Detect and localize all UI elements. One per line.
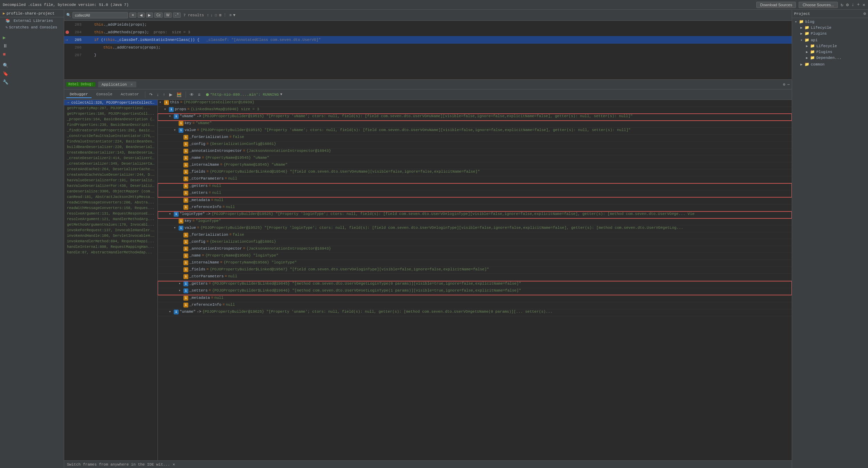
search-input[interactable] [72, 12, 128, 18]
var-row-name[interactable]: i _name = {PropertyName@19545} "uName" [158, 155, 792, 162]
frame-24[interactable]: invokeAndHandle:106, ServletInvocableH..… [64, 233, 157, 239]
var-row-props[interactable]: ▾ i props = {LinkedHashMap@16940} size =… [158, 107, 792, 114]
tree-blog[interactable]: ▾ 📁 blog ▶ 📁 Lifecycle ▶ 📁 Plugins ▾ 📁 a… [792, 18, 868, 68]
step-into-button[interactable]: ↓ [155, 92, 160, 98]
search-option-regex[interactable]: .* [173, 12, 181, 18]
search-option-cc[interactable]: Cc [154, 12, 163, 18]
add-icon[interactable]: + [857, 2, 860, 7]
var-row-logintype-val[interactable]: ▾ i value = {POJOPropertyBuilder@19525} … [158, 225, 792, 232]
tree-row-blog[interactable]: ▾ 📁 blog [792, 19, 868, 25]
var-row-config2[interactable]: i _config = {DeserializationConfig@16861… [158, 239, 792, 246]
var-row-setters[interactable]: i _setters = null [158, 190, 792, 197]
left-debug-icon-stop[interactable]: ■ [0, 50, 64, 59]
frame-14[interactable]: hasValueDeserializerFor:191, Deserialize… [64, 177, 157, 183]
var-row-internalname[interactable]: i _internalName = {PropertyName@19545} "… [158, 162, 792, 169]
right-sidebar-gear[interactable]: ⚙ [863, 11, 866, 16]
tree-row-dependencies[interactable]: ▶ 📁 Dependen... [792, 55, 868, 61]
download-sources-button[interactable]: Download Sources [756, 2, 796, 8]
application-tab[interactable]: Application ✕ [98, 81, 136, 87]
var-row-ctorparams[interactable]: i _ctorParameters = null [158, 176, 792, 183]
frame-18[interactable]: readWithMessageConverters:200, Abstra... [64, 200, 157, 205]
more-options-icon[interactable]: ⋮ [223, 13, 227, 17]
left-debug-icon-wrench[interactable]: 🔧 [0, 78, 64, 86]
more-debug-icon[interactable]: ⋯ [787, 82, 790, 87]
expand-uname-val[interactable]: ▾ [174, 128, 179, 132]
frame-20[interactable]: resolveArgument:131, RequestResponseE... [64, 211, 157, 216]
step-out-button[interactable]: ↑ [162, 92, 166, 98]
expand-props[interactable]: ▾ [164, 107, 169, 111]
settings-icon[interactable]: ⚙ [846, 2, 849, 8]
var-row-forserialization[interactable]: i _forSerialization = false [158, 135, 792, 141]
tree-row-common[interactable]: ▶ 📁 common [792, 61, 868, 67]
highlight-toggle[interactable]: ☐ [215, 13, 217, 17]
frame-21[interactable]: resolveArgument:121, HandlerMethodArg... [64, 216, 157, 222]
var-row-fields-logintype[interactable]: i _fields = {POJOPropertyBuilder$Linked@… [158, 267, 792, 274]
next-result-button[interactable]: ▶ [146, 12, 153, 18]
frame-1[interactable]: getPropertyMap:287, POJOPropertiesC... [64, 105, 157, 111]
var-row-fields[interactable]: i _fields = {POJOPropertyBuilder$Linked@… [158, 169, 792, 176]
frame-4[interactable]: findProperties:239, BasicBeanDescripti..… [64, 122, 157, 128]
var-row-metadata-logintype[interactable]: i _metadata = null [158, 295, 792, 302]
tree-row-api-lifecycle[interactable]: ▶ 📁 Lifecycle [792, 43, 868, 49]
expand-uname2[interactable]: ▾ [169, 310, 174, 314]
left-debug-icon-bookmark[interactable]: 🔖 [0, 70, 64, 78]
frame-9[interactable]: createBeanDeserializer:143, BeanDeserial… [64, 150, 157, 155]
expand-getters-logintype[interactable]: ▾ [179, 281, 183, 286]
frame-19[interactable]: readWithMessageConverters:158, Reques... [64, 205, 157, 211]
var-row-logintype-key[interactable]: i key = "loginType" [158, 218, 792, 225]
frame-10[interactable]: _createDeserializer2:414, DeserializerCa… [64, 155, 157, 161]
bottom-close-icon[interactable]: ✕ [173, 462, 175, 467]
frame-27[interactable]: handle:87, AbstractHandlerMethodAdap... [64, 250, 157, 255]
expand-uname[interactable]: ▾ [169, 114, 174, 118]
frame-11[interactable]: _createDeserializer:349, DeserializerCac… [64, 161, 157, 166]
var-row-name-logintype[interactable]: i _name = {PropertyName@19566} "loginTyp… [158, 253, 792, 260]
var-row-config[interactable]: i _config = {DeserializationConfig@16861… [158, 141, 792, 148]
var-row-annotation2[interactable]: i _annotationIntrospector = {JacksonAnno… [158, 246, 792, 253]
resume-button[interactable]: ▶ [168, 92, 174, 98]
frame-13[interactable]: createAndCacheValueDeserializer:244, D..… [64, 172, 157, 177]
var-row-uname[interactable]: ▾ i "uName" -> {POJOPropertyBuilder@1951… [158, 114, 792, 121]
frame-0[interactable]: → collectAll:326, POJOPropertiesCollecto… [64, 100, 157, 105]
step-over-button[interactable]: ↷ [148, 92, 154, 98]
frame-5[interactable]: _findCreatorsFromProperties:292, Basic..… [64, 128, 157, 133]
tab-debugger[interactable]: Debugger [66, 91, 92, 98]
breakpoint-204[interactable] [66, 31, 69, 34]
filter-icon-run[interactable]: ▼ [280, 93, 282, 96]
sidebar-item-scratches[interactable]: ✎ Scratches and Consoles [0, 24, 64, 31]
var-row-forserialization2[interactable]: i _forSerialization = false [158, 232, 792, 239]
var-row-setters-logintype[interactable]: ▾ i _setters = {POJOPropertyBuilder$Link… [158, 288, 792, 295]
var-row-ctorparams-logintype[interactable]: i _ctorParameters = null [158, 274, 792, 281]
filter-icon[interactable]: ⊞ [219, 13, 222, 17]
var-row-uname2[interactable]: ▾ i "uname" -> {POJOPropertyBuilder@1962… [158, 309, 792, 316]
frame-6[interactable]: _constructDefaultValueInstantiator:276,.… [64, 133, 157, 139]
evaluate-button[interactable]: 🧮 [175, 92, 183, 98]
choose-sources-button[interactable]: Choose Sources... [799, 2, 838, 8]
var-row-this[interactable]: ▾ i this = {POJOPropertiesCollector@1693… [158, 100, 792, 107]
tab-console[interactable]: Console [93, 91, 116, 98]
app-tab-close[interactable]: ✕ [130, 83, 133, 87]
tree-row-lifecycle[interactable]: ▶ 📁 Lifecycle [792, 25, 868, 31]
next-match-icon[interactable]: ↓ [210, 13, 213, 17]
tree-api[interactable]: ▾ 📁 api ▶ 📁 Lifecycle ▶ 📁 Plugins ▶ 📁 [792, 36, 868, 61]
download-icon[interactable]: ↓ [852, 2, 854, 7]
var-row-internalname-logintype[interactable]: i _internalName = {PropertyName@19566} "… [158, 260, 792, 267]
frame-23[interactable]: invokeForRequest:137, InvocableHandler..… [64, 227, 157, 233]
settings-debug-icon[interactable]: ⚙ [783, 82, 785, 87]
watches-button[interactable]: 👁 [188, 92, 195, 98]
prev-match-icon[interactable]: ↑ [207, 13, 209, 17]
frame-16[interactable]: canDeserialize:3306, ObjectMapper (com..… [64, 189, 157, 194]
sidebar-item-external-libraries[interactable]: 📚 External Libraries [0, 17, 64, 24]
frame-25[interactable]: invokeHandlerMethod:894, RequestMappi... [64, 239, 157, 244]
close-search-button[interactable]: ✕ [129, 12, 136, 18]
var-row-uname-val[interactable]: ▾ i value = {POJOPropertyBuilder@19515} … [158, 128, 792, 135]
var-row-referenceinfo-logintype[interactable]: i _referenceInfo = null [158, 302, 792, 309]
frame-12[interactable]: createAndCache2:264, DeserializerCache..… [64, 166, 157, 172]
left-debug-icon-search[interactable]: 🔍 [0, 61, 64, 70]
tree-row-api[interactable]: ▾ 📁 api [792, 37, 868, 43]
heap-button[interactable]: ≡ [197, 92, 202, 98]
prev-result-button[interactable]: ◀ [138, 12, 145, 18]
expand-this[interactable]: ▾ [159, 100, 164, 104]
filter-results-icon[interactable]: ▼ [233, 13, 235, 17]
frame-17[interactable]: canRead:181, AbstractJackson2HttpMessa..… [64, 194, 157, 200]
var-row-logintype[interactable]: ▾ i "loginType" -> {POJOPropertyBuilder@… [158, 211, 792, 218]
